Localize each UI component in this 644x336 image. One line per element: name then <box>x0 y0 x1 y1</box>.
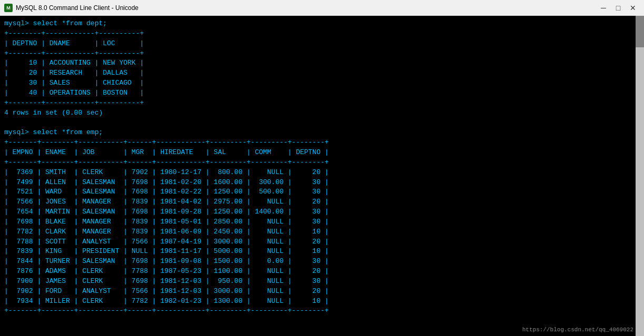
window-controls: ─ □ ✕ <box>597 3 640 13</box>
scrollbar-thumb[interactable] <box>636 16 644 47</box>
query2-line: mysql> select *from emp; <box>4 128 640 138</box>
maximize-button[interactable]: □ <box>611 3 625 13</box>
blank-line-1 <box>4 118 640 128</box>
emp-row-6: | 7782 | CLARK | MANAGER | 7839 | 1981-0… <box>4 227 640 237</box>
emp-border-mid: +-------+--------+-----------+------+---… <box>4 158 640 168</box>
emp-row-8: | 7839 | KING | PRESIDENT | NULL | 1981-… <box>4 247 640 257</box>
title-bar: M MySQL 8.0 Command Line Client - Unicod… <box>0 0 644 16</box>
emp-row-0: | 7369 | SMITH | CLERK | 7902 | 1980-12-… <box>4 168 640 178</box>
scrollbar[interactable] <box>636 16 644 336</box>
dept-border-bot: +--------+------------+----------+ <box>4 98 640 108</box>
dept-header: | DEPTNO | DNAME | LOC | <box>4 39 640 49</box>
emp-rows-container: | 7369 | SMITH | CLERK | 7902 | 1980-12-… <box>4 168 640 307</box>
emp-row-5: | 7698 | BLAKE | MANAGER | 7839 | 1981-0… <box>4 217 640 227</box>
dept-row-3: | 40 | OPERATIONS | BOSTON | <box>4 88 640 98</box>
emp-row-1: | 7499 | ALLEN | SALESMAN | 7698 | 1981-… <box>4 178 640 188</box>
emp-header: | EMPNO | ENAME | JOB | MGR | HIREDATE |… <box>4 148 640 158</box>
dept-row-2: | 30 | SALES | CHICAGO | <box>4 78 640 88</box>
emp-row-2: | 7521 | WARD | SALESMAN | 7698 | 1981-0… <box>4 187 640 197</box>
dept-row-0: | 10 | ACCOUNTING | NEW YORK | <box>4 58 640 68</box>
minimize-button[interactable]: ─ <box>597 3 610 13</box>
close-button[interactable]: ✕ <box>626 3 640 13</box>
dept-row-1: | 20 | RESEARCH | DALLAS | <box>4 68 640 78</box>
emp-row-10: | 7876 | ADAMS | CLERK | 7788 | 1987-05-… <box>4 267 640 277</box>
emp-row-9: | 7844 | TURNER | SALESMAN | 7698 | 1981… <box>4 257 640 267</box>
dept-border-top: +--------+------------+----------+ <box>4 29 640 39</box>
emp-row-7: | 7788 | SCOTT | ANALYST | 7566 | 1987-0… <box>4 237 640 247</box>
emp-border-top: +-------+--------+-----------+------+---… <box>4 138 640 148</box>
emp-row-13: | 7934 | MILLER | CLERK | 7782 | 1982-01… <box>4 297 640 307</box>
dept-count: 4 rows in set (0.00 sec) <box>4 108 640 118</box>
dept-border-mid: +--------+------------+----------+ <box>4 49 640 59</box>
emp-border-bot: +-------+--------+-----------+------+---… <box>4 306 640 316</box>
watermark: https://blog.csdn.net/qq_4069022 <box>522 327 633 333</box>
window-title: MySQL 8.0 Command Line Client - Unicode <box>16 4 138 12</box>
terminal: mysql> select *from dept; +--------+----… <box>0 16 644 336</box>
emp-row-12: | 7902 | FORD | ANALYST | 7566 | 1981-12… <box>4 287 640 297</box>
emp-row-3: | 7566 | JONES | MANAGER | 7839 | 1981-0… <box>4 197 640 207</box>
emp-row-4: | 7654 | MARTIN | SALESMAN | 7698 | 1981… <box>4 207 640 217</box>
emp-row-11: | 7900 | JAMES | CLERK | 7698 | 1981-12-… <box>4 277 640 287</box>
query1-line: mysql> select *from dept; <box>4 19 640 29</box>
app-icon: M <box>4 4 13 12</box>
